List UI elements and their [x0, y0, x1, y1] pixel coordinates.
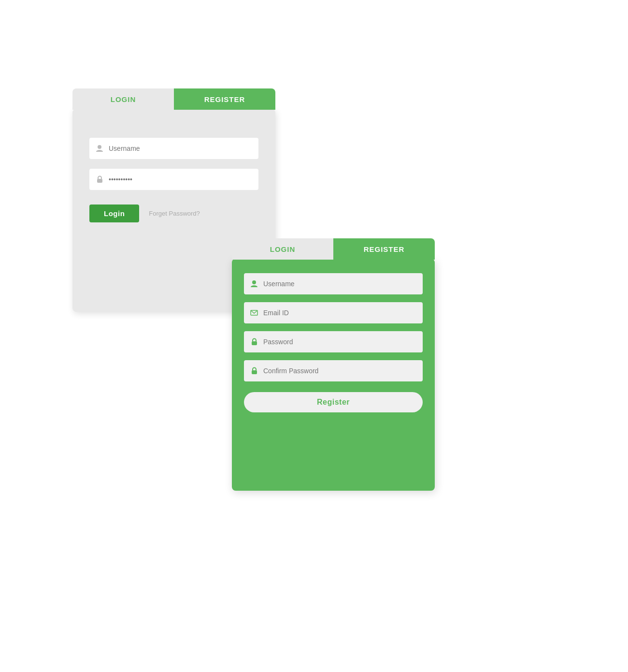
- password-input[interactable]: [109, 175, 253, 183]
- card1-tabs: LOGIN REGISTER: [72, 88, 275, 110]
- user-icon: [95, 144, 104, 153]
- login-button[interactable]: Login: [89, 205, 139, 222]
- tab-login-card1[interactable]: LOGIN: [72, 88, 174, 110]
- card1-actions: Login Forget Password?: [89, 205, 258, 222]
- svg-rect-5: [252, 370, 257, 374]
- forget-password-link[interactable]: Forget Password?: [149, 210, 200, 217]
- card1-body: Login Forget Password?: [72, 109, 275, 237]
- svg-rect-4: [252, 341, 257, 345]
- reg-user-icon: [250, 280, 258, 288]
- reg-confirm-password-input-row: [244, 360, 423, 381]
- reg-password-input[interactable]: [263, 338, 417, 346]
- svg-point-2: [252, 280, 256, 284]
- register-button[interactable]: Register: [244, 392, 423, 412]
- lock-icon: [95, 175, 104, 184]
- reg-confirm-lock-icon: [250, 367, 258, 375]
- reg-username-input-row: [244, 273, 423, 294]
- card2-body: Register: [232, 259, 435, 424]
- username-input[interactable]: [109, 145, 253, 152]
- tab-register-card2[interactable]: REGISTER: [333, 238, 435, 260]
- password-input-row: [89, 169, 258, 190]
- reg-confirm-password-input[interactable]: [263, 367, 417, 375]
- register-card: LOGIN REGISTER: [232, 259, 435, 491]
- reg-password-input-row: [244, 331, 423, 352]
- card2-tabs: LOGIN REGISTER: [232, 238, 435, 260]
- reg-email-input-row: [244, 302, 423, 323]
- reg-email-input[interactable]: [263, 309, 417, 317]
- tab-login-card2[interactable]: LOGIN: [232, 238, 333, 260]
- reg-username-input[interactable]: [263, 280, 417, 288]
- svg-rect-1: [97, 179, 102, 183]
- svg-point-0: [98, 145, 101, 149]
- tab-register-card1[interactable]: REGISTER: [174, 88, 275, 110]
- reg-email-icon: [250, 310, 258, 316]
- username-input-row: [89, 138, 258, 159]
- reg-lock-icon: [250, 338, 258, 346]
